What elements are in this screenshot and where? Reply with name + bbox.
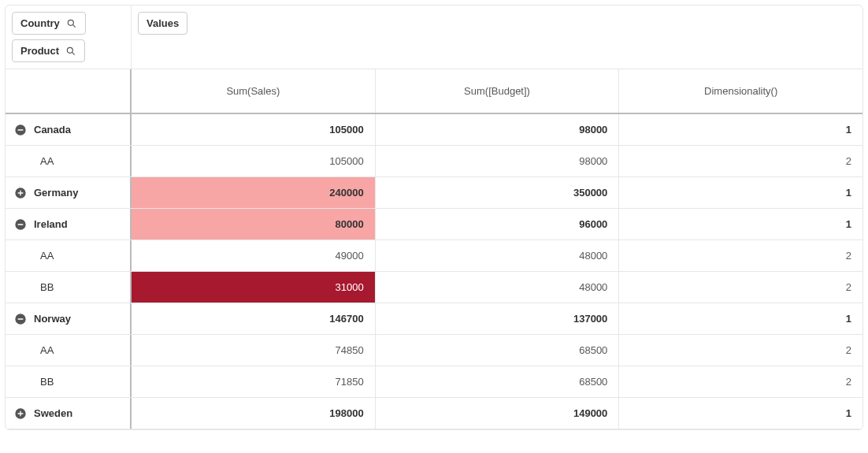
cell[interactable]: 80000 xyxy=(132,209,376,239)
row-label: Canada xyxy=(34,124,71,136)
row-label: Ireland xyxy=(34,218,68,230)
row-header[interactable]: BB xyxy=(6,272,132,303)
dimension-values-button[interactable]: Values xyxy=(138,12,187,35)
cell[interactable]: 98000 xyxy=(376,114,620,145)
cell[interactable]: 74850 xyxy=(132,335,376,366)
column-header-dim[interactable]: Dimensionality() xyxy=(619,69,862,113)
svg-point-2 xyxy=(67,47,72,53)
cell[interactable]: 105000 xyxy=(132,146,376,176)
cell[interactable]: 48000 xyxy=(376,272,620,303)
table-row: Germany2400003500001 xyxy=(6,177,862,209)
column-dimensions: Values xyxy=(132,6,862,69)
cell[interactable]: 2 xyxy=(619,335,862,366)
cell[interactable]: 71850 xyxy=(132,366,376,397)
cell[interactable]: 2 xyxy=(619,146,862,176)
row-header[interactable]: Norway xyxy=(6,303,132,334)
table-row: BB71850685002 xyxy=(6,366,862,398)
row-dimensions: Country Product xyxy=(6,6,132,69)
cell[interactable]: 49000 xyxy=(132,240,376,271)
dimension-values-label: Values xyxy=(147,17,179,29)
collapse-icon[interactable] xyxy=(13,312,28,326)
dimension-country-button[interactable]: Country xyxy=(12,12,86,35)
search-icon xyxy=(66,18,77,29)
table-row: BB31000480002 xyxy=(6,272,862,303)
search-icon xyxy=(65,46,76,57)
collapse-icon[interactable] xyxy=(13,123,28,137)
row-header[interactable]: Ireland xyxy=(6,209,132,239)
row-label: AA xyxy=(40,250,54,262)
cell[interactable]: 105000 xyxy=(132,114,376,145)
row-header[interactable]: Germany xyxy=(6,177,132,208)
svg-line-1 xyxy=(72,24,75,27)
row-header[interactable]: AA xyxy=(6,240,132,271)
svg-line-3 xyxy=(72,52,75,54)
svg-point-0 xyxy=(68,20,73,25)
row-header[interactable]: BB xyxy=(6,366,132,397)
expand-icon[interactable] xyxy=(13,186,28,200)
cell[interactable]: 96000 xyxy=(376,209,620,239)
row-label: BB xyxy=(40,281,54,293)
cell[interactable]: 2 xyxy=(619,366,862,397)
column-header-spacer xyxy=(6,69,132,113)
row-header[interactable]: AA xyxy=(6,146,132,176)
dimension-pane: Country Product Values xyxy=(6,6,862,69)
row-label: BB xyxy=(40,376,54,388)
column-headers: Sum(Sales) Sum([Budget]) Dimensionality(… xyxy=(6,69,862,114)
dimension-country-label: Country xyxy=(20,17,60,29)
table-row: AA74850685002 xyxy=(6,335,862,366)
cell[interactable]: 198000 xyxy=(132,398,376,429)
collapse-icon[interactable] xyxy=(13,217,28,232)
cell[interactable]: 137000 xyxy=(376,303,620,334)
table-body: Canada105000980001AA105000980002Germany2… xyxy=(6,114,862,429)
cell[interactable]: 1 xyxy=(619,177,862,208)
dimension-product-button[interactable]: Product xyxy=(12,39,85,62)
column-header-sales[interactable]: Sum(Sales) xyxy=(132,69,376,113)
table-row: Sweden1980001490001 xyxy=(6,398,862,429)
cell[interactable]: 2 xyxy=(619,240,862,271)
row-label: AA xyxy=(40,344,54,356)
row-label: Germany xyxy=(34,187,78,199)
cell[interactable]: 48000 xyxy=(376,240,620,271)
cell[interactable]: 1 xyxy=(619,114,862,145)
cell[interactable]: 31000 xyxy=(132,272,376,303)
row-header[interactable]: AA xyxy=(6,335,132,366)
column-header-budget[interactable]: Sum([Budget]) xyxy=(376,69,620,113)
row-label: AA xyxy=(40,155,54,167)
cell[interactable]: 350000 xyxy=(376,177,620,208)
row-header[interactable]: Canada xyxy=(6,114,132,145)
cell[interactable]: 149000 xyxy=(376,398,620,429)
table-row: AA49000480002 xyxy=(6,240,862,272)
cell[interactable]: 1 xyxy=(619,209,862,239)
pivot-table: Country Product Values Sum(Sales) Sum([B… xyxy=(5,5,863,430)
expand-icon[interactable] xyxy=(13,407,28,421)
cell[interactable]: 68500 xyxy=(376,366,620,397)
row-label: Sweden xyxy=(34,407,72,419)
table-row: Canada105000980001 xyxy=(6,114,862,146)
table-row: Norway1467001370001 xyxy=(6,303,862,335)
dimension-product-label: Product xyxy=(20,45,59,57)
cell[interactable]: 240000 xyxy=(132,177,376,208)
row-label: Norway xyxy=(34,313,71,325)
table-row: AA105000980002 xyxy=(6,146,862,177)
cell[interactable]: 1 xyxy=(619,398,862,429)
row-header[interactable]: Sweden xyxy=(6,398,132,429)
cell[interactable]: 2 xyxy=(619,272,862,303)
cell[interactable]: 68500 xyxy=(376,335,620,366)
cell[interactable]: 146700 xyxy=(132,303,376,334)
table-row: Ireland80000960001 xyxy=(6,209,862,240)
cell[interactable]: 1 xyxy=(619,303,862,334)
cell[interactable]: 98000 xyxy=(376,146,620,176)
